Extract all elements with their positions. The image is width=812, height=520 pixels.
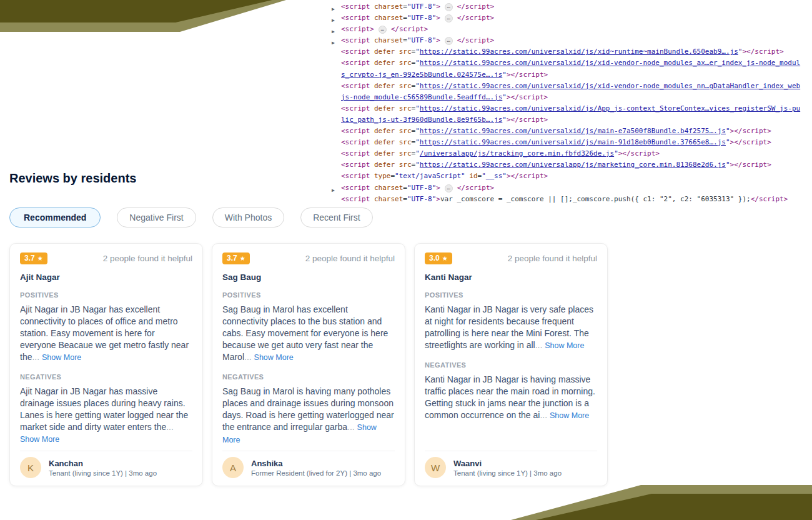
rating-value: 3.0 — [429, 254, 440, 262]
code-token: "UTF-8" — [407, 14, 436, 22]
code-line[interactable]: <script defer src="https://static.99acre… — [331, 137, 812, 148]
code-token: charset — [370, 2, 403, 11]
review-card: 3.7★ 2 people found it helpful Ajit Naga… — [9, 243, 203, 486]
locality-name: Sag Baug — [222, 272, 395, 282]
code-token — [387, 25, 391, 33]
expand-ellipsis-icon[interactable]: … — [445, 14, 453, 22]
code-token: = — [403, 2, 407, 11]
code-token — [440, 14, 445, 22]
code-token: " — [415, 138, 420, 146]
code-token: src — [395, 82, 412, 90]
reviewer-meta: Tenant (living since 1Y) | 3mo ago — [453, 469, 562, 477]
script-src-link[interactable]: js-node_module-c56589Bundle.5eadffd….js — [341, 93, 502, 101]
expand-ellipsis-icon[interactable]: … — [445, 37, 453, 45]
code-token: > — [436, 36, 440, 44]
show-more-link[interactable]: Show More — [20, 435, 59, 444]
show-more-link[interactable]: Show More — [254, 353, 294, 362]
code-line[interactable]: <script defer src="https://static.99acre… — [331, 159, 812, 171]
code-token: " — [415, 48, 420, 56]
reviews-section: Reviews by residents Recommended Negativ… — [9, 170, 608, 486]
positives-label: POSITIVES — [20, 291, 192, 299]
code-token — [453, 36, 457, 44]
code-token: "UTF-8" — [407, 2, 436, 11]
truncation-dots: ... — [166, 422, 174, 432]
code-line[interactable]: <script defer src="https://static.99acre… — [331, 103, 812, 114]
code-line[interactable]: <script defer src="https://static.99acre… — [331, 126, 812, 137]
filter-chip-negative-first[interactable]: Negative First — [117, 208, 196, 228]
code-token: </script> — [457, 14, 495, 22]
script-src-link[interactable]: /universalapp/js/tracking_core.min.fbfd3… — [420, 149, 614, 158]
avatar: W — [425, 457, 446, 478]
code-token: <script — [341, 161, 370, 169]
code-line[interactable]: ▶<script charset="UTF-8"> … </script> — [331, 35, 812, 46]
filter-chip-with-photos[interactable]: With Photos — [212, 208, 284, 228]
code-token: ></script> — [507, 93, 548, 101]
code-line[interactable]: ▶<script charset="UTF-8"> … </script> — [331, 1, 812, 12]
code-token: = — [403, 36, 407, 44]
code-token: " — [415, 59, 420, 67]
code-line[interactable]: <script defer src="https://static.99acre… — [331, 81, 812, 92]
star-icon: ★ — [37, 255, 43, 262]
code-token — [440, 2, 445, 11]
script-src-link[interactable]: https://static.99acres.com/universalxid/… — [420, 59, 800, 67]
code-token: > — [436, 14, 440, 22]
show-more-link[interactable]: Show More — [42, 353, 81, 362]
truncation-dots: ... — [540, 410, 547, 420]
code-token: defer — [370, 48, 395, 56]
helpful-count: 2 people found it helpful — [103, 254, 192, 263]
code-token — [453, 14, 457, 22]
script-src-link[interactable]: https://static.99acres.com/universalapp/… — [420, 161, 726, 169]
code-token: defer — [370, 149, 395, 158]
script-src-link[interactable]: https://static.99acres.com/universalxid/… — [420, 82, 800, 90]
code-line[interactable]: <script defer src="https://static.99acre… — [331, 46, 812, 58]
show-more-link[interactable]: Show More — [550, 411, 589, 420]
filter-chip-recent-first[interactable]: Recent First — [300, 208, 372, 228]
code-line[interactable]: lic_path_js-ut-3f960dBundle.8e9f65b….js"… — [331, 114, 812, 126]
script-src-link[interactable]: https://static.99acres.com/universalxid/… — [420, 138, 726, 146]
code-line[interactable]: js-node_module-c56589Bundle.5eadffd….js"… — [331, 92, 812, 103]
negatives-label: NEGATIVES — [20, 373, 192, 381]
card-header: 3.7★ 2 people found it helpful — [20, 252, 192, 264]
reviewer-name: Anshika — [251, 459, 381, 468]
script-src-link[interactable]: s_crypto-js_en-992e5bBundle.024575e….js — [341, 71, 502, 79]
code-token: <script — [341, 127, 370, 135]
positives-text: Sag Baug in Marol has excellent connecti… — [222, 304, 395, 364]
reviewer-info: Anshika Former Resident (lived for 2Y) |… — [251, 459, 381, 477]
code-token: </script> — [391, 25, 428, 33]
script-src-link[interactable]: lic_path_js-ut-3f960dBundle.8e9f65b….js — [341, 116, 502, 124]
script-src-link[interactable]: https://static.99acres.com/universalxid/… — [420, 48, 738, 56]
truncation-dots: ... — [32, 352, 39, 362]
code-token: <script — [341, 59, 370, 67]
helpful-count: 2 people found it helpful — [305, 254, 395, 263]
negatives-text: Sag Baug in Marol is having many pothole… — [222, 386, 395, 446]
code-token: <script — [341, 2, 370, 11]
code-token: </script> — [751, 195, 788, 203]
code-line[interactable]: <script defer src="https://static.99acre… — [331, 58, 812, 69]
script-src-link[interactable]: https://static.99acres.com/universalxid/… — [420, 104, 800, 112]
expand-ellipsis-icon[interactable]: … — [379, 26, 387, 34]
show-more-link[interactable]: Show More — [545, 341, 584, 350]
code-token: <script — [341, 48, 370, 56]
code-token: " — [502, 93, 507, 101]
code-token — [374, 25, 379, 33]
code-line[interactable]: ▶<script charset="UTF-8"> … </script> — [331, 12, 812, 24]
code-token: ></script> — [507, 116, 548, 124]
truncation-dots: ... — [244, 352, 252, 362]
script-src-link[interactable]: https://static.99acres.com/universalxid/… — [420, 127, 726, 135]
expand-ellipsis-icon[interactable]: … — [445, 3, 453, 11]
review-cards-row: 3.7★ 2 people found it helpful Ajit Naga… — [9, 243, 608, 486]
rating-badge: 3.0★ — [425, 252, 452, 264]
code-token: src — [395, 59, 412, 67]
code-token: ></script> — [618, 149, 660, 158]
code-token: " — [415, 82, 420, 90]
code-line[interactable]: s_crypto-js_en-992e5bBundle.024575e….js"… — [331, 69, 812, 81]
filter-chip-recommended[interactable]: Recommended — [9, 208, 101, 228]
positives-text: Ajit Nagar in JB Nagar has excellent con… — [20, 304, 192, 364]
code-line[interactable]: <script defer src="/universalapp/js/trac… — [331, 148, 812, 159]
code-token: <script — [341, 82, 370, 90]
code-token: = — [403, 14, 407, 22]
rating-badge: 3.7★ — [222, 252, 250, 264]
code-token: " — [726, 127, 730, 135]
locality-name: Ajit Nagar — [20, 272, 192, 282]
code-line[interactable]: ▶<script> … </script> — [331, 24, 812, 35]
